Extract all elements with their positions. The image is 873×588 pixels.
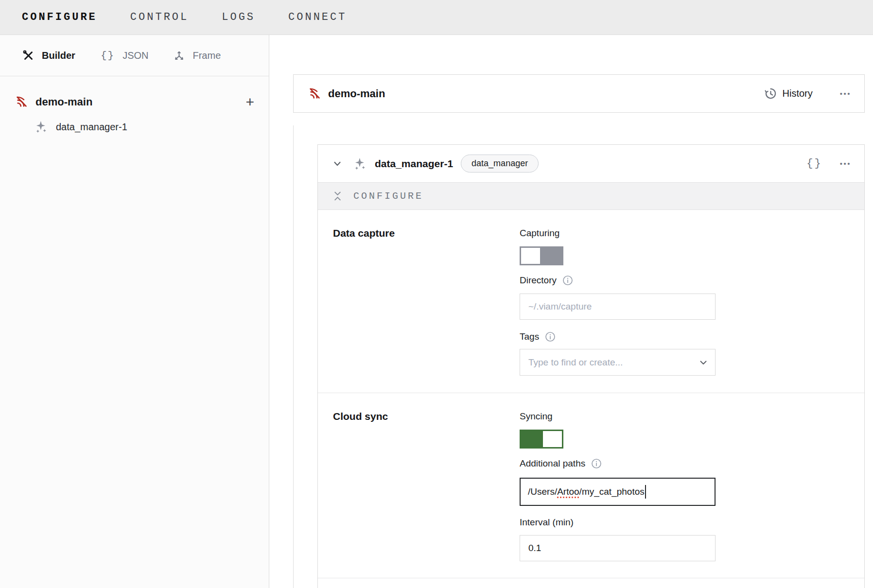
tree-item-data-manager-label: data_manager-1 <box>56 121 127 133</box>
text-cursor <box>645 485 646 499</box>
data-capture-title: Data capture <box>333 227 520 239</box>
directory-input[interactable] <box>520 294 716 320</box>
tree-item-machine[interactable]: demo-main + <box>0 76 269 108</box>
chevron-down-icon[interactable] <box>333 159 342 168</box>
divider <box>318 578 864 578</box>
configure-section-bar[interactable]: CONFIGURE <box>318 182 864 210</box>
chevron-down-icon <box>699 358 708 367</box>
machine-offline-icon <box>308 87 321 100</box>
machine-title: demo-main <box>328 87 757 100</box>
tab-json[interactable]: {} JSON <box>101 50 149 61</box>
capturing-toggle[interactable] <box>520 246 563 265</box>
history-button-label: History <box>783 88 813 99</box>
data-manager-card: data_manager-1 data_manager {} ••• CONFI… <box>317 144 865 588</box>
info-icon[interactable] <box>591 458 602 469</box>
path-text-misspelled: Artoo <box>557 486 579 497</box>
tags-placeholder: Type to find or create... <box>528 357 699 368</box>
additional-paths-label: Additional paths <box>520 458 716 469</box>
divider <box>293 125 294 588</box>
cloud-sync-title: Cloud sync <box>333 411 520 422</box>
tags-label: Tags <box>520 331 716 343</box>
component-type-badge: data_manager <box>461 155 539 173</box>
tab-frame-label: Frame <box>192 50 221 61</box>
tab-logs[interactable]: LOGS <box>222 11 255 23</box>
data-capture-section: Data capture Capturing Directory <box>318 210 864 376</box>
toggle-knob <box>520 246 541 265</box>
collapse-icon <box>333 191 342 201</box>
tree-item-machine-label: demo-main <box>35 96 238 108</box>
frame-icon <box>174 50 185 61</box>
syncing-toggle[interactable] <box>520 430 563 449</box>
cloud-sync-section: Cloud sync Syncing Additional paths <box>318 393 864 561</box>
sparkles-icon <box>35 121 48 133</box>
add-component-button[interactable]: + <box>245 97 254 107</box>
tab-builder[interactable]: Builder <box>22 50 75 61</box>
braces-icon[interactable]: {} <box>806 157 822 170</box>
directory-label: Directory <box>520 275 716 286</box>
tab-json-label: JSON <box>122 50 148 61</box>
builder-icon <box>22 50 34 61</box>
top-nav: CONFIGURE CONTROL LOGS CONNECT <box>0 0 873 35</box>
tab-control[interactable]: CONTROL <box>130 11 189 23</box>
info-icon[interactable] <box>562 275 573 286</box>
machine-menu-icon[interactable]: ••• <box>840 89 851 98</box>
history-icon <box>764 87 777 100</box>
syncing-label: Syncing <box>520 411 716 422</box>
tags-combobox[interactable]: Type to find or create... <box>520 349 716 376</box>
machine-offline-icon <box>15 95 28 108</box>
interval-label: Interval (min) <box>520 517 716 528</box>
additional-paths-input[interactable]: /Users/Artoo/my_cat_photos <box>520 478 716 506</box>
tab-builder-label: Builder <box>42 50 75 61</box>
info-icon[interactable] <box>545 331 556 342</box>
component-title: data_manager-1 <box>375 158 453 170</box>
component-menu-icon[interactable]: ••• <box>840 159 851 168</box>
capturing-label: Capturing <box>520 227 716 239</box>
tab-configure[interactable]: CONFIGURE <box>22 11 97 23</box>
tab-frame[interactable]: Frame <box>174 50 221 61</box>
history-button[interactable]: History <box>764 87 813 100</box>
tab-connect[interactable]: CONNECT <box>288 11 347 23</box>
resource-tree-sidebar: demo-main + data_manager-1 <box>0 76 269 588</box>
view-mode-bar: Builder {} JSON Frame <box>0 35 269 76</box>
data-manager-card-header: data_manager-1 data_manager {} ••• <box>318 145 864 182</box>
path-text: /Users/ <box>528 486 557 497</box>
path-text: /my_cat_photos <box>579 486 645 497</box>
braces-icon: {} <box>101 50 115 61</box>
sparkles-icon <box>354 157 367 170</box>
interval-input[interactable] <box>520 535 716 561</box>
tree-item-data-manager[interactable]: data_manager-1 <box>0 108 269 133</box>
toggle-knob <box>541 430 563 449</box>
machine-header-card: demo-main History ••• <box>293 74 865 113</box>
configure-section-label: CONFIGURE <box>353 190 423 202</box>
